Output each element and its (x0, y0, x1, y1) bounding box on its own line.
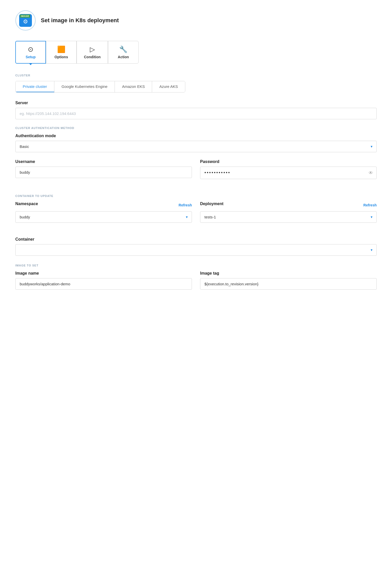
auth-mode-select[interactable]: Basic Token Certificate (15, 141, 377, 152)
image-row: Image name Image tag (15, 271, 377, 297)
auth-mode-select-wrap: Basic Token Certificate ▼ (15, 141, 377, 152)
password-label: Password (200, 159, 377, 164)
icon-image-label: IMAGE (20, 15, 30, 18)
action-icon-tab: 🔧 (119, 45, 127, 53)
tab-action-label: Action (118, 55, 129, 59)
cluster-tab-gke[interactable]: Google Kubernetes Engine (54, 81, 115, 92)
setup-icon: ⊙ (28, 45, 33, 53)
auth-mode-label: Authentication mode (15, 134, 377, 138)
image-name-label: Image name (15, 271, 192, 276)
image-name-field-group: Image name (15, 271, 192, 290)
container-select[interactable] (15, 244, 377, 256)
page-header: IMAGE ⚙ Set image in K8s deployment (15, 10, 377, 31)
image-name-input[interactable] (15, 278, 192, 290)
deployment-header: Deployment Refresh (200, 202, 377, 209)
tab-setup-label: Setup (26, 55, 36, 59)
password-field-group: Password 👁 (200, 159, 377, 179)
cluster-tab-eks[interactable]: Amazon EKS (115, 81, 152, 92)
deployment-select[interactable]: tests-1 (200, 211, 377, 223)
options-icon: 🟧 (57, 45, 65, 53)
deployment-label: Deployment (200, 202, 224, 206)
namespace-label: Namespace (15, 202, 38, 206)
password-wrap: 👁 (200, 167, 377, 179)
namespace-header: Namespace Refresh (15, 202, 192, 209)
tab-options[interactable]: 🟧 Options (46, 41, 77, 64)
cluster-section-label: CLUSTER (15, 74, 377, 77)
auth-section-label: CLUSTER AUTHENTICATION METHOD (15, 126, 377, 130)
main-tabs: ⊙ Setup 🟧 Options ▷ Condition 🔧 Action (15, 41, 377, 64)
credentials-row: Username Password 👁 (15, 159, 377, 186)
image-tag-label: Image tag (200, 271, 377, 276)
image-tag-input[interactable] (200, 278, 377, 290)
namespace-deployment-row: Namespace Refresh buddy ▼ Deployment Ref… (15, 202, 377, 230)
cluster-section: CLUSTER Private cluster Google Kubernete… (15, 74, 377, 92)
container-field-group: Container ▼ (15, 237, 377, 256)
cluster-tab-aks[interactable]: Azure AKS (152, 81, 185, 92)
server-input[interactable] (15, 108, 377, 119)
deployment-field-group: Deployment Refresh tests-1 ▼ (200, 202, 377, 223)
cluster-type-tabs: Private cluster Google Kubernetes Engine… (15, 81, 185, 92)
action-icon: IMAGE ⚙ (15, 10, 36, 31)
server-label: Server (15, 101, 377, 105)
username-input[interactable] (15, 167, 192, 178)
namespace-select[interactable]: buddy (15, 211, 192, 223)
cluster-tab-private[interactable]: Private cluster (16, 81, 54, 92)
container-section-label: CONTAINER TO UPDATE (15, 194, 377, 197)
tab-condition-label: Condition (84, 55, 101, 59)
auth-section: CLUSTER AUTHENTICATION METHOD Authentica… (15, 126, 377, 186)
tab-options-label: Options (55, 55, 68, 59)
namespace-field-group: Namespace Refresh buddy ▼ (15, 202, 192, 223)
wheel-icon: ⚙ (23, 18, 28, 25)
container-section: CONTAINER TO UPDATE Namespace Refresh bu… (15, 194, 377, 256)
tab-action[interactable]: 🔧 Action (108, 41, 139, 64)
image-tag-field-group: Image tag (200, 271, 377, 290)
tab-condition[interactable]: ▷ Condition (77, 41, 108, 64)
auth-mode-field-group: Authentication mode Basic Token Certific… (15, 134, 377, 152)
deployment-select-wrap: tests-1 ▼ (200, 211, 377, 223)
tab-setup[interactable]: ⊙ Setup (15, 41, 46, 64)
container-label: Container (15, 237, 377, 242)
page-title: Set image in K8s deployment (41, 17, 119, 24)
password-input[interactable] (200, 167, 377, 179)
image-section-label: IMAGE TO SET (15, 264, 377, 267)
namespace-refresh-button[interactable]: Refresh (179, 203, 192, 207)
deployment-refresh-button[interactable]: Refresh (363, 203, 377, 207)
container-select-wrap: ▼ (15, 244, 377, 256)
username-label: Username (15, 159, 192, 164)
namespace-select-wrap: buddy ▼ (15, 211, 192, 223)
condition-icon: ▷ (90, 45, 95, 53)
password-eye-icon[interactable]: 👁 (369, 170, 373, 175)
image-section: IMAGE TO SET Image name Image tag (15, 264, 377, 297)
username-field-group: Username (15, 159, 192, 179)
server-field-group: Server (15, 101, 377, 119)
